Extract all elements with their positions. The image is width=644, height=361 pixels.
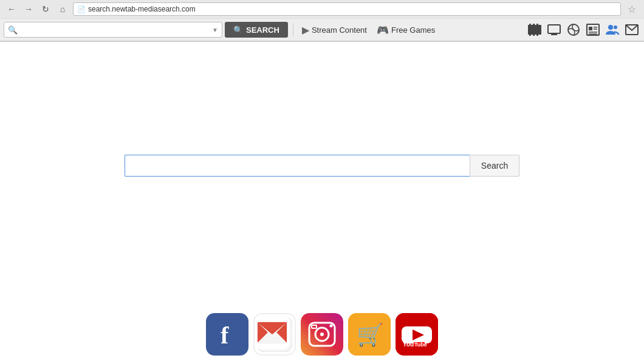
cart-icon: 🛒 [348, 313, 391, 356]
toolbar: 🔍 ▼ 🔍 SEARCH ▶ Stream Content 🎮 Free Gam… [0, 18, 644, 41]
svg-rect-3 [536, 24, 538, 26]
mail-icon-btn[interactable] [623, 22, 640, 38]
news-icon-btn[interactable] [584, 22, 601, 38]
browser-chrome: ← → ↻ ⌂ 📄 search.newtab-mediasearch.com … [0, 0, 644, 42]
page-icon: 📄 [77, 5, 86, 13]
url-text: search.newtab-mediasearch.com [88, 5, 196, 13]
svg-text:f: f [221, 322, 229, 349]
free-games-label: Free Games [391, 25, 435, 35]
svg-point-30 [330, 325, 333, 328]
svg-point-29 [320, 332, 324, 336]
svg-rect-2 [533, 24, 535, 26]
svg-rect-8 [551, 34, 557, 35]
newspaper-icon [586, 24, 600, 36]
svg-text:🛒: 🛒 [357, 322, 384, 348]
center-search-area: Search [125, 155, 519, 177]
main-search-button[interactable]: Search [470, 155, 519, 177]
svg-point-17 [608, 25, 613, 30]
svg-rect-12 [589, 27, 592, 30]
back-button[interactable]: ← [5, 2, 18, 16]
home-button[interactable]: ⌂ [56, 2, 69, 16]
gamepad-icon: 🎮 [377, 24, 389, 36]
svg-rect-6 [536, 33, 538, 36]
instagram-shortcut[interactable] [301, 313, 343, 356]
facebook-shortcut[interactable]: f [206, 313, 248, 356]
toolbar-search-button[interactable]: 🔍 SEARCH [225, 22, 288, 38]
basketball-icon [567, 23, 580, 36]
main-search-input[interactable] [125, 155, 470, 177]
movies-icon-btn[interactable] [526, 22, 543, 38]
youtube-shortcut[interactable]: You Tube [396, 313, 438, 356]
gmail-m-overlay [255, 314, 290, 349]
mail-icon [625, 24, 639, 35]
search-magnifier-icon: 🔍 [233, 25, 243, 35]
forward-button[interactable]: → [22, 2, 35, 16]
shopping-shortcut[interactable]: 🛒 [348, 313, 391, 356]
free-games-link[interactable]: 🎮 Free Games [373, 22, 439, 38]
youtube-icon: You Tube [396, 313, 438, 356]
reload-button[interactable]: ↻ [39, 2, 52, 16]
svg-text:You: You [403, 341, 414, 348]
tv-icon-btn[interactable] [546, 22, 563, 38]
toolbar-dropdown-icon[interactable]: ▼ [212, 27, 218, 33]
stream-icon: ▶ [302, 24, 309, 36]
facebook-icon: f [210, 317, 245, 352]
people-icon [606, 24, 619, 36]
svg-rect-7 [548, 25, 560, 33]
tv-icon [547, 24, 561, 36]
svg-rect-5 [533, 33, 535, 36]
toolbar-search-box[interactable]: 🔍 ▼ [4, 22, 222, 38]
svg-text:Tube: Tube [414, 342, 427, 348]
page-content: Search f [0, 42, 644, 361]
social-icon-btn[interactable] [604, 22, 621, 38]
svg-rect-1 [529, 24, 531, 26]
toolbar-search-icon: 🔍 [8, 25, 18, 35]
instagram-icon [301, 313, 343, 356]
bookmark-button[interactable]: ☆ [625, 2, 639, 16]
address-bar[interactable]: 📄 search.newtab-mediasearch.com [73, 2, 621, 16]
title-bar: ← → ↻ ⌂ 📄 search.newtab-mediasearch.com … [0, 0, 644, 18]
svg-rect-0 [528, 25, 541, 35]
stream-content-link[interactable]: ▶ Stream Content [298, 22, 371, 38]
toolbar-divider-1 [293, 23, 293, 36]
svg-rect-4 [529, 33, 531, 36]
stream-content-label: Stream Content [312, 25, 367, 35]
sports-icon-btn[interactable] [565, 22, 582, 38]
toolbar-search-input[interactable] [20, 25, 210, 35]
film-icon [528, 24, 541, 36]
shortcuts-bar: f [206, 313, 438, 356]
svg-point-18 [614, 25, 617, 29]
gmail-shortcut[interactable] [253, 313, 296, 356]
